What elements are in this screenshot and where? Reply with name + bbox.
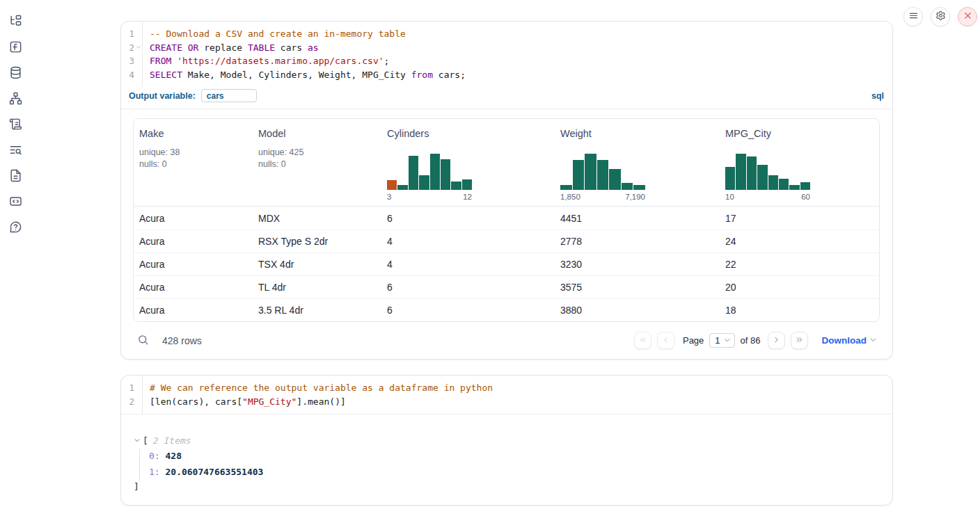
settings-button[interactable] <box>931 7 950 26</box>
line-number: 4 <box>121 68 142 82</box>
hist-min-label: 10 <box>725 193 734 201</box>
table-cell: TL 4dr <box>253 282 381 293</box>
column-header-make[interactable]: Make unique: 38 nulls: 0 <box>134 128 253 201</box>
table-footer: 428 rows Page 1 of 86 <box>133 322 880 352</box>
editor-gutter: 1234 <box>121 22 143 87</box>
column-header-mpg_city[interactable]: MPG_City 10 60 <box>720 128 879 201</box>
tree-item: 1: 20.060747663551403 <box>149 465 880 481</box>
sidebar-item-file-explorer[interactable] <box>8 15 22 29</box>
column-header-weight[interactable]: Weight 1,850 7,190 <box>555 128 720 201</box>
table-row[interactable]: AcuraMDX6445117 <box>134 207 879 230</box>
histogram-bar <box>757 165 767 190</box>
table-cell: 6 <box>381 213 555 224</box>
python-cell: 12# We can reference the output variable… <box>120 375 893 506</box>
sidebar-item-scratchpad[interactable] <box>8 118 22 132</box>
histogram-bar <box>462 179 472 190</box>
table-row[interactable]: AcuraRSX Type S 2dr4277824 <box>134 230 879 252</box>
table-cell: 4 <box>381 236 555 247</box>
fold-slot <box>134 381 142 395</box>
table-cell: 20 <box>720 282 879 293</box>
table-cell: Acura <box>134 236 253 247</box>
table-cell: 24 <box>720 236 879 247</box>
tree-collapse-button[interactable] <box>134 435 141 446</box>
pagination: Page 1 of 86 Download <box>634 332 877 349</box>
first-page-button[interactable] <box>634 332 651 349</box>
shutdown-button[interactable] <box>958 7 977 26</box>
histogram-bar <box>397 185 407 190</box>
sidebar-item-snippets[interactable] <box>8 195 22 209</box>
table-header-row: Make unique: 38 nulls: 0Model unique: 42… <box>134 119 879 207</box>
code-line: [len(cars), cars["MPG_City"].mean()] <box>150 395 892 409</box>
file-tree-icon <box>9 15 22 30</box>
column-header-cylinders[interactable]: Cylinders 3 12 <box>381 128 555 201</box>
next-page-button[interactable] <box>768 332 785 349</box>
chevron-left-icon <box>661 335 670 346</box>
table-row[interactable]: AcuraTL 4dr6357520 <box>134 275 879 298</box>
chevron-right-icon <box>772 335 781 346</box>
sidebar-item-logs[interactable] <box>8 144 22 158</box>
table-row[interactable]: AcuraTSX 4dr4323022 <box>134 252 879 275</box>
python-code-editor[interactable]: 12# We can reference the output variable… <box>121 376 892 414</box>
tree-item-value: 20.060747663551403 <box>165 467 263 477</box>
table-cell: 3575 <box>555 282 720 293</box>
line-number: 1 <box>121 381 142 395</box>
histogram-bar <box>430 154 440 190</box>
chevrons-right-icon <box>795 335 804 346</box>
unique-count: unique: 38 <box>139 147 247 159</box>
sql-cell-output: Make unique: 38 nulls: 0Model unique: 42… <box>121 109 892 359</box>
histogram-bar <box>585 154 596 190</box>
histogram-bar <box>725 167 735 190</box>
column-histogram: 3 12 <box>387 154 549 201</box>
gear-icon <box>935 10 946 23</box>
histogram-bar <box>573 160 585 190</box>
histogram-bar <box>409 156 418 190</box>
notebook-menu-button[interactable] <box>903 7 923 26</box>
table-cell: 3230 <box>555 259 720 270</box>
page-label: Page <box>683 335 704 346</box>
sql-code-editor[interactable]: 1234-- Download a CSV and create an in-m… <box>121 22 892 87</box>
sidebar-item-variables[interactable] <box>8 41 22 55</box>
sql-editor-meta: Output variable: sql <box>121 87 892 108</box>
sidebar-item-help[interactable] <box>8 221 22 235</box>
table-cell: Acura <box>134 282 253 293</box>
table-cell: 6 <box>381 305 555 316</box>
histogram-bar <box>779 179 789 190</box>
editor-gutter: 12 <box>121 376 143 414</box>
histogram-bar <box>609 169 621 190</box>
python-editor-wrap: 12# We can reference the output variable… <box>121 376 892 415</box>
result-tree: [ 2 Items 0: 4281: 20.060747663551403 ] <box>133 424 880 498</box>
table-cell: TSX 4dr <box>253 259 381 270</box>
histogram-bar <box>387 180 397 190</box>
code-line: # We can reference the output variable a… <box>150 381 892 395</box>
table-cell: Acura <box>134 305 253 316</box>
output-variable-input[interactable] <box>201 89 257 102</box>
histogram-bar <box>800 182 810 190</box>
editor-code[interactable]: # We can reference the output variable a… <box>143 376 892 414</box>
code-line: SELECT Make, Model, Cylinders, Weight, M… <box>150 68 892 82</box>
last-page-button[interactable] <box>791 332 808 349</box>
download-label: Download <box>822 335 867 346</box>
table-row[interactable]: Acura3.5 RL 4dr6388018 <box>134 298 879 321</box>
hist-min-label: 3 <box>387 193 391 201</box>
sidebar-item-documentation[interactable] <box>8 170 22 184</box>
previous-page-button[interactable] <box>657 332 674 349</box>
page-select[interactable]: 1 <box>709 333 734 348</box>
fold-chevron-icon[interactable] <box>134 41 142 55</box>
scroll-icon <box>9 118 22 133</box>
network-icon <box>9 92 22 107</box>
table-search-button[interactable] <box>137 334 149 348</box>
tree-head: [ 2 Items <box>134 433 880 447</box>
column-label: Cylinders <box>387 128 549 139</box>
histogram-bar <box>451 182 461 190</box>
sidebar-item-data-sources[interactable] <box>8 67 22 81</box>
chevron-down-icon <box>869 335 877 346</box>
column-header-model[interactable]: Model unique: 425 nulls: 0 <box>253 128 381 201</box>
histogram-bar <box>633 185 645 190</box>
download-button[interactable]: Download <box>822 335 878 346</box>
page-count-label: of 86 <box>741 335 761 346</box>
table-cell: 17 <box>720 213 879 224</box>
editor-code[interactable]: -- Download a CSV and create an in-memor… <box>143 22 892 87</box>
sidebar-item-dependencies[interactable] <box>8 92 22 106</box>
tree-close-bracket: ] <box>134 480 880 494</box>
code-line: CREATE OR replace TABLE cars as <box>150 41 892 55</box>
